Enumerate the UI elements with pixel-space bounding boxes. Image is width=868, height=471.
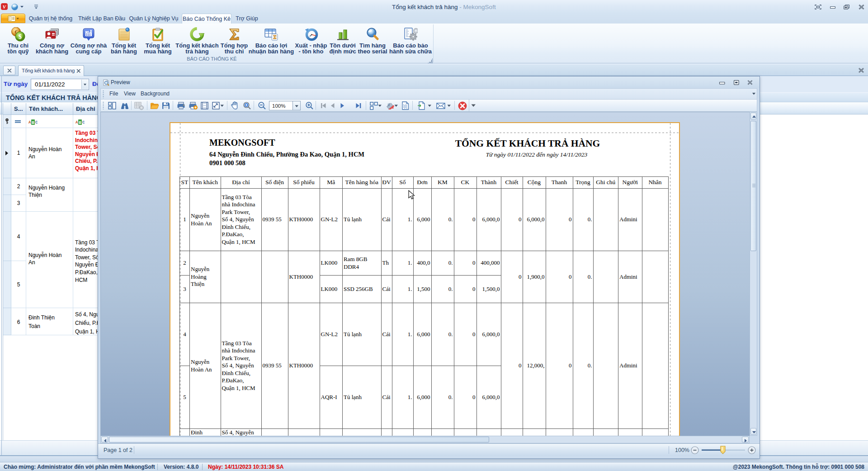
svg-text:A: A	[75, 120, 78, 125]
svg-text:B: B	[79, 121, 81, 125]
svg-text:B: B	[32, 121, 34, 125]
svg-text:C: C	[82, 120, 85, 125]
svg-text:A: A	[28, 120, 31, 125]
svg-text:C: C	[35, 120, 38, 125]
svg-text:$: $	[19, 33, 22, 40]
